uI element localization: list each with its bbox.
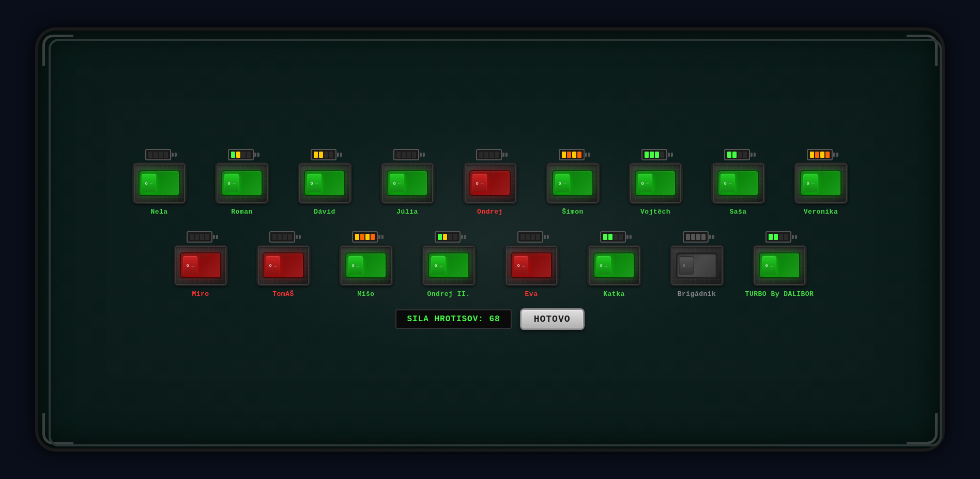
toggle-indicator: O — [555,174,570,192]
battery-TomAŠ [269,231,298,243]
battery-Vojtěch [641,149,670,160]
main-panel: O —NelaO —RomanO —DávidO —JúliaO —Ondrej… [35,27,945,452]
toggle-container-Eva[interactable]: O — [504,245,559,286]
gear-surround: O — [465,163,516,203]
toggle-container-Vojtěch[interactable]: O — [629,162,683,204]
battery-nub [420,153,422,157]
toggle-switch-Šimon[interactable]: O — [552,170,593,196]
gear-surround: O — [713,163,764,203]
player-name-Veronika: Veronika [804,208,838,216]
toggle-container-Dávid[interactable]: O — [298,162,352,204]
toggle-container-Júlia[interactable]: O — [380,162,435,204]
player-slot-mišo: O —Mišo [330,231,402,298]
battery-nub [668,153,670,157]
toggle-indicator: O — [348,256,363,275]
battery-body [683,231,709,243]
toggle-container-Nela[interactable]: O — [132,162,187,204]
battery-nub [378,235,380,239]
battery-cell-1 [815,152,819,158]
player-slot-nela: O —Nela [123,149,195,216]
battery-nub [213,235,215,239]
player-slot-dávid: O —Dávid [288,149,361,216]
battery-cell-3 [701,234,706,240]
battery-body [765,231,791,243]
toggle-switch-Veronika[interactable]: O — [800,170,841,196]
toggle-switch-Ondrej II.[interactable]: O — [428,252,469,278]
toggle-switch-Brigádnik[interactable]: O — [676,252,717,278]
toggle-switch-Nela[interactable]: O — [139,170,180,196]
battery-cell-2 [283,234,287,240]
toggle-switch-Katka[interactable]: O — [593,252,635,278]
toggle-switch-Eva[interactable]: O — [511,252,552,278]
battery-cell-3 [784,234,788,240]
player-name-Nela: Nela [150,208,167,216]
player-name-Miro: Miro [192,290,209,298]
battery-cell-1 [154,152,158,158]
toggle-container-Katka[interactable]: O — [587,245,641,286]
battery-cell-3 [619,234,623,240]
battery-nub [751,153,753,157]
battery-cell-1 [278,234,282,240]
toggle-container-Brigádnik[interactable]: O — [670,245,724,286]
toggle-container-Veronika[interactable]: O — [794,162,848,204]
toggle-switch-Ondrej[interactable]: O — [469,170,511,196]
toggle-switch-Miro[interactable]: O — [180,252,221,278]
hotovo-button[interactable]: HOTOVO [520,308,585,330]
battery-body [352,231,378,243]
battery-cell-3 [412,152,416,158]
toggle-switch-Vojtěch[interactable]: O — [635,170,676,196]
battery-Eva [517,231,546,243]
toggle-container-Saša[interactable]: O — [711,162,765,204]
battery-cell-3 [536,234,540,240]
status-bar: SILA HROTISOV: 68 HOTOVO [395,308,584,330]
battery-cell-2 [159,152,163,158]
battery-cell-1 [360,234,364,240]
toggle-indicator: O — [803,174,818,192]
battery-cell-0 [727,152,731,158]
battery-body [807,149,833,160]
toggle-container-TomAŠ[interactable]: O — [256,245,311,286]
gear-surround: O — [217,163,268,203]
toggle-container-Ondrej II.[interactable]: O — [422,245,476,286]
player-slot-katka: O —Katka [578,231,650,298]
battery-cell-2 [531,234,535,240]
battery-cell-0 [686,234,690,240]
toggle-container-Mišo[interactable]: O — [339,245,393,286]
player-slot-ondrej: O —Ondrej [454,149,526,216]
toggle-container-Šimon[interactable]: O — [546,162,600,204]
battery-nub [296,235,298,239]
gear-surround: O — [134,163,185,203]
battery-cell-1 [567,152,571,158]
gear-surround: O — [754,246,805,285]
battery-Katka [600,231,629,243]
toggle-container-Ondrej[interactable]: O — [463,162,517,204]
battery-Dávid [311,149,339,160]
battery-cell-2 [696,234,700,240]
toggle-switch-TomAŠ[interactable]: O — [263,252,304,278]
toggle-switch-Júlia[interactable]: O — [387,170,428,196]
battery-body [476,149,502,160]
toggle-indicator: O — [596,256,611,275]
battery-Nela [145,149,174,160]
battery-cell-0 [645,152,649,158]
toggle-indicator: O — [183,256,197,275]
toggle-switch-Saša[interactable]: O — [717,170,759,196]
battery-Júlia [393,149,422,160]
battery-cell-0 [272,234,277,240]
toggle-switch-Roman[interactable]: O — [221,170,263,196]
toggle-switch-Mišo[interactable]: O — [345,252,387,278]
toggle-container-TURBO By DALIBOR[interactable]: O — [753,245,807,286]
toggle-switch-TURBO By DALIBOR[interactable]: O — [759,252,800,278]
battery-cell-2 [489,152,494,158]
toggle-switch-Dávid[interactable]: O — [304,170,345,196]
toggle-container-Roman[interactable]: O — [215,162,269,204]
player-name-TURBO By DALIBOR: TURBO By DALIBOR [745,290,814,298]
gear-surround: O — [341,246,392,285]
toggle-container-Miro[interactable]: O — [174,245,228,286]
player-slot-šimon: O —Šimon [537,149,609,216]
battery-nub [709,235,711,239]
gear-surround: O — [423,246,474,285]
battery-cell-1 [484,152,488,158]
toggle-indicator: O — [266,256,280,275]
battery-cell-3 [577,152,581,158]
